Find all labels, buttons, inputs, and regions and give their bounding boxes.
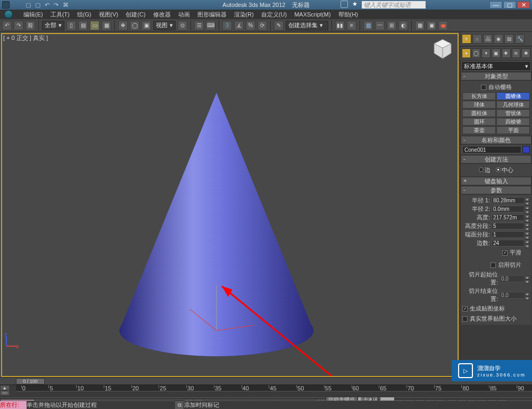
qat-chain-icon[interactable]: ⌘ <box>63 2 69 9</box>
align-button[interactable]: ≡ <box>347 21 356 30</box>
time-slider-thumb[interactable]: 0 / 100 <box>16 378 45 385</box>
slice-on-checkbox[interactable] <box>491 263 496 268</box>
render-frame-button[interactable]: ▣ <box>427 21 436 30</box>
sides-spinner[interactable]: 24 <box>492 240 525 247</box>
method-center-radio[interactable] <box>496 167 501 172</box>
autogrid-checkbox[interactable] <box>481 85 486 90</box>
prim-geosphere[interactable]: 几何球体 <box>496 101 530 109</box>
prim-teapot[interactable]: 茶壶 <box>462 126 496 134</box>
maximize-button[interactable]: ▢ <box>503 1 516 9</box>
cameras-cat-icon[interactable]: ▣ <box>492 48 501 58</box>
menu-tools[interactable]: 工具(T) <box>51 11 70 19</box>
time-ruler[interactable]: 051015202530354045505560657075808590 <box>16 385 532 391</box>
rotate-button[interactable]: ◯ <box>130 21 139 30</box>
selection-filter-dropdown[interactable]: 全部 ▾ <box>42 21 64 30</box>
scale-button[interactable]: ▣ <box>142 21 151 30</box>
creation-method-rollout[interactable]: -创建方法 <box>461 155 531 163</box>
pivot-button[interactable]: ⊙ <box>178 21 187 30</box>
height-segs-spinner[interactable]: 5 <box>492 223 525 230</box>
display-tab[interactable]: ▤ <box>504 34 514 44</box>
window-crossing-button[interactable]: ▦ <box>102 21 111 30</box>
parameters-rollout[interactable]: -参数 <box>461 186 531 194</box>
menu-help[interactable]: 帮助(H) <box>338 11 358 19</box>
object-name-input[interactable]: Cone001 <box>462 146 521 153</box>
menu-render[interactable]: 渲染(R) <box>234 11 254 19</box>
menu-create[interactable]: 创建(C) <box>126 11 145 19</box>
minimize-button[interactable]: — <box>489 1 502 9</box>
hierarchy-tab[interactable]: 品 <box>483 34 493 44</box>
prim-cone[interactable]: 圆锥体 <box>496 92 530 100</box>
method-edge-radio[interactable] <box>479 167 484 172</box>
spinner-snap-button[interactable]: ⟳ <box>257 21 267 30</box>
menu-maxscript[interactable]: MAXScript(M) <box>294 11 330 18</box>
menu-graph-editors[interactable]: 图形编辑器 <box>197 11 227 19</box>
viewcube[interactable] <box>431 37 454 61</box>
mini-curve-icon[interactable]: 〰 <box>0 390 10 396</box>
render-button[interactable]: 🫖 <box>438 21 448 30</box>
gen-map-checkbox[interactable] <box>462 306 468 312</box>
smooth-checkbox[interactable] <box>502 250 508 256</box>
keyshort-button[interactable]: ⌨ <box>206 21 215 30</box>
select-by-name-button[interactable]: ▤ <box>78 21 88 30</box>
cap-segs-spinner[interactable]: 1 <box>492 231 525 238</box>
move-button[interactable]: ✥ <box>118 21 128 30</box>
primitive-category-dropdown[interactable]: 标准基本体▾ <box>461 61 531 71</box>
close-button[interactable]: ✕ <box>517 1 530 9</box>
cone-object[interactable] <box>2 34 458 376</box>
spacewarps-cat-icon[interactable]: ≋ <box>512 48 521 58</box>
object-types-rollout[interactable]: -对象类型 <box>461 72 531 80</box>
qat-undo-icon[interactable]: ↶ <box>45 2 49 9</box>
prim-sphere[interactable]: 球体 <box>462 101 496 109</box>
menu-modifiers[interactable]: 修改器 <box>153 11 171 19</box>
geometry-cat-icon[interactable]: ● <box>462 48 471 58</box>
menu-edit[interactable]: 编辑(E) <box>23 11 43 19</box>
object-color-swatch[interactable] <box>522 146 530 153</box>
ref-coord-dropdown[interactable]: 视图 ▾ <box>153 21 176 30</box>
redo-button[interactable]: ↷ <box>14 21 23 30</box>
select-button[interactable]: ▯ <box>66 21 76 30</box>
named-selset-dropdown[interactable]: 创建选择集 ▾ <box>286 21 328 30</box>
percent-snap-button[interactable]: % <box>246 21 255 30</box>
viewport[interactable] <box>1 33 459 377</box>
systems-cat-icon[interactable]: ✱ <box>521 48 530 58</box>
prim-plane[interactable]: 平面 <box>496 126 530 134</box>
modify-tab[interactable]: ⌂ <box>472 34 482 44</box>
manip-button[interactable]: ☰ <box>194 21 204 30</box>
prim-tube[interactable]: 管状体 <box>496 109 530 117</box>
time-tag-icon[interactable]: ⧉ <box>174 400 184 410</box>
prim-pyramid[interactable]: 四棱锥 <box>496 118 530 126</box>
curve-editor-button[interactable]: 〰 <box>375 21 385 30</box>
name-color-rollout[interactable]: -名称和颜色 <box>461 136 531 144</box>
qat-redo-icon[interactable]: ↷ <box>54 2 59 9</box>
prim-box[interactable]: 长方体 <box>462 92 496 100</box>
track-toggle-icon[interactable]: ▸ <box>0 385 10 390</box>
snap-button[interactable]: 3 <box>222 21 232 30</box>
star-icon[interactable]: ★ <box>352 1 358 8</box>
prim-cylinder[interactable]: 圆柱体 <box>462 109 496 117</box>
motion-tab[interactable]: ◉ <box>494 34 503 44</box>
menu-group[interactable]: 组(G) <box>77 11 92 19</box>
real-world-checkbox[interactable] <box>462 316 468 322</box>
keyboard-entry-rollout[interactable]: +键盘输入 <box>461 177 531 185</box>
menu-customize[interactable]: 自定义(U) <box>261 11 287 19</box>
viewport-label[interactable]: [ + 0 正交 ] 真实 ] <box>3 34 48 42</box>
qat-new-icon[interactable]: ▢ <box>26 2 31 9</box>
qat-save-icon[interactable]: ▢ <box>35 2 40 9</box>
link-button[interactable]: ⛓ <box>26 21 35 30</box>
lights-cat-icon[interactable]: ✦ <box>481 48 491 58</box>
height-spinner[interactable]: 217.572m <box>492 214 525 221</box>
rect-region-button[interactable]: ▭ <box>90 21 99 30</box>
helpers-cat-icon[interactable]: ✚ <box>502 48 511 58</box>
render-setup-button[interactable]: ▦ <box>415 21 425 30</box>
shapes-cat-icon[interactable]: ◯ <box>472 48 481 58</box>
create-tab[interactable]: ✴ <box>462 34 471 44</box>
edit-selset-button[interactable]: ✎ <box>274 21 284 30</box>
menu-animation[interactable]: 动画 <box>178 11 190 19</box>
mirror-button[interactable]: ▮▮ <box>335 21 345 30</box>
menu-view[interactable]: 视图(V) <box>99 11 119 19</box>
radius2-spinner[interactable]: 0.0mm <box>492 206 525 212</box>
radius1-spinner[interactable]: 80.28mm <box>492 197 525 204</box>
undo-button[interactable]: ↶ <box>2 21 12 30</box>
help-search-input[interactable]: 键入关键字或短语 <box>362 1 426 9</box>
layer-button[interactable]: ▥ <box>363 21 373 30</box>
